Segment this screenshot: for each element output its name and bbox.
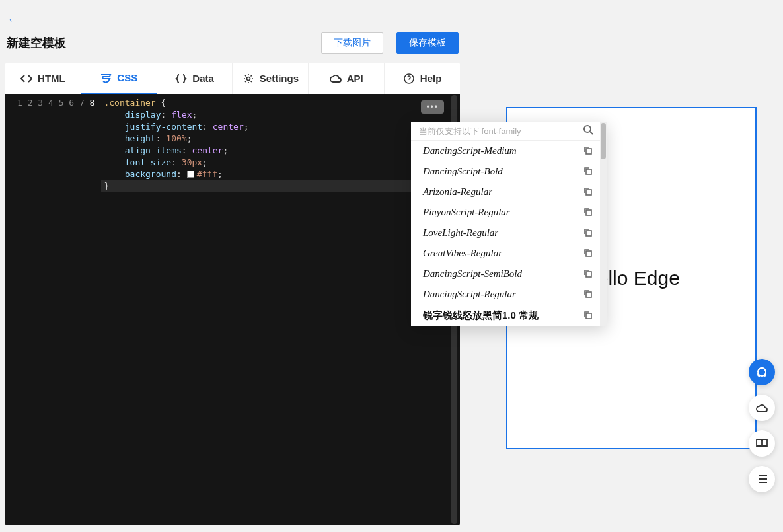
tab-settings[interactable]: Settings [233,63,309,94]
font-option[interactable]: DancingScript-Medium [411,141,600,161]
copy-icon[interactable] [583,311,592,321]
font-option[interactable]: DancingScript-SemiBold [411,264,600,284]
font-option-label: DancingScript-Medium [423,145,517,157]
tab-help[interactable]: Help [385,63,460,94]
font-option[interactable]: 锐字锐线怒放黑简1.0 常规 [411,305,600,326]
svg-rect-6 [586,210,591,215]
cloud-fab[interactable] [749,395,775,421]
editor-gutter: 1 2 3 4 5 6 7 8 [5,94,101,525]
copy-icon[interactable] [583,269,592,280]
code-icon [20,73,32,84]
tab-css[interactable]: CSS [81,63,157,94]
svg-point-0 [246,77,250,80]
tab-data-label: Data [192,73,214,84]
code-editor[interactable]: 1 2 3 4 5 6 7 8 .container { display: fl… [5,94,460,525]
tab-css-label: CSS [117,72,137,83]
tab-data[interactable]: Data [157,63,233,94]
font-option-label: DancingScript-Bold [423,166,503,177]
tab-html-label: HTML [38,73,65,84]
copy-icon[interactable] [583,187,592,198]
css-icon [100,73,112,83]
editor-more-button[interactable]: ••• [421,100,444,114]
font-option[interactable]: DancingScript-Bold [411,161,600,182]
docs-fab[interactable] [749,430,775,457]
color-swatch-icon [187,171,194,178]
svg-rect-10 [586,292,591,297]
tab-html[interactable]: HTML [5,63,81,94]
font-option[interactable]: LoveLight-Regular [411,223,600,243]
tab-help-label: Help [420,73,442,84]
font-family-popup: DancingScript-MediumDancingScript-BoldAr… [411,122,607,326]
help-icon [403,73,415,84]
font-option[interactable]: GreatVibes-Regular [411,243,600,264]
svg-rect-11 [586,313,591,319]
svg-rect-3 [586,149,591,154]
copy-icon[interactable] [583,228,592,239]
download-image-button[interactable]: 下载图片 [321,32,383,54]
font-option-label: DancingScript-Regular [423,289,516,300]
copy-icon[interactable] [583,289,592,300]
font-option-label: DancingScript-SemiBold [423,268,522,280]
font-option-label: PinyonScript-Regular [423,207,510,218]
back-button[interactable]: ← [7,11,20,28]
tab-settings-label: Settings [260,73,299,84]
tab-api-label: API [347,73,363,84]
svg-rect-8 [586,251,591,256]
list-fab[interactable] [749,466,775,492]
font-option[interactable]: DancingScript-Regular [411,284,600,305]
font-option[interactable]: Arizonia-Regular [411,182,600,202]
svg-rect-5 [586,190,591,195]
cloud-icon [330,73,342,84]
save-template-button[interactable]: 保存模板 [396,32,459,54]
copy-icon[interactable] [583,208,592,218]
svg-rect-9 [586,272,591,277]
page-title: 新建空模板 [7,35,66,51]
support-fab[interactable] [749,359,775,385]
font-popup-scrollbar[interactable] [600,122,607,326]
editor-tabs: HTML CSS Data Settings [5,63,460,94]
svg-rect-4 [586,169,591,174]
gear-icon [242,73,254,84]
svg-rect-7 [586,231,591,236]
editor-content[interactable]: .container { display: flex; justify-cont… [101,94,449,525]
copy-icon[interactable] [583,167,592,177]
search-icon[interactable] [583,124,593,137]
font-option-label: Arizonia-Regular [423,186,492,198]
svg-point-2 [584,126,591,132]
tab-api[interactable]: API [309,63,385,94]
font-option-label: 锐字锐线怒放黑简1.0 常规 [423,309,539,322]
font-option[interactable]: PinyonScript-Regular [411,202,600,223]
font-search-input[interactable] [419,126,583,136]
copy-icon[interactable] [583,146,592,157]
braces-icon [175,73,187,84]
copy-icon[interactable] [583,248,592,259]
font-option-label: GreatVibes-Regular [423,248,502,259]
font-option-label: LoveLight-Regular [423,227,498,239]
